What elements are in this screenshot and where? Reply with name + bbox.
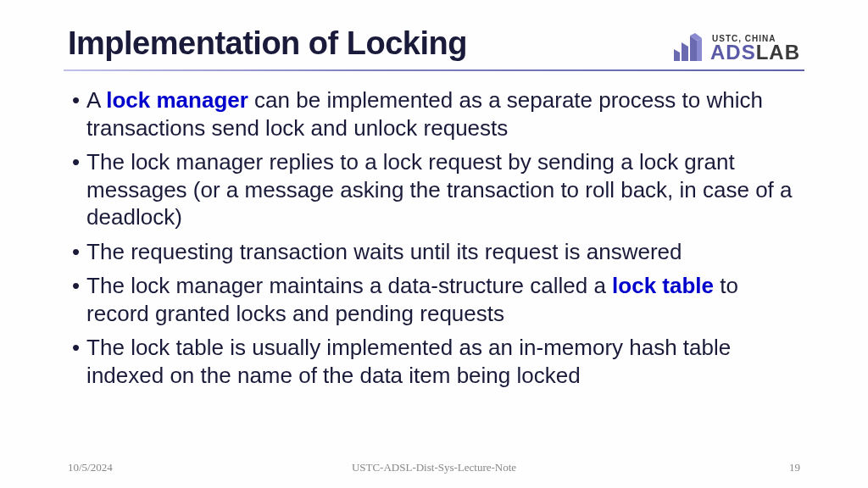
bullet-item: • The lock manager maintains a data-stru… — [68, 272, 800, 327]
slide-title: Implementation of Locking — [68, 25, 467, 62]
bullet-item: • The lock manager replies to a lock req… — [68, 148, 800, 231]
lab-logo: USTC, CHINA ADSLAB — [671, 32, 800, 63]
bullet-text: A lock manager can be implemented as a s… — [86, 86, 800, 141]
slide-header: Implementation of Locking USTC, CHINA — [68, 25, 800, 63]
footer-note: USTC-ADSL-Dist-Sys-Lecture-Note — [352, 461, 516, 474]
bullet-text: The lock table is usually implemented as… — [86, 334, 800, 389]
slide: Implementation of Locking USTC, CHINA — [0, 0, 868, 488]
logo-text: USTC, CHINA ADSLAB — [710, 34, 800, 62]
svg-marker-3 — [697, 38, 702, 61]
bullet-item: • The requesting transaction waits until… — [68, 238, 800, 266]
bullet-text: The lock manager maintains a data-struct… — [86, 272, 800, 327]
footer-page: 19 — [789, 461, 800, 474]
bullet-text: The requesting transaction waits until i… — [86, 238, 800, 266]
logo-main: ADSLAB — [710, 43, 800, 62]
bullet-marker: • — [72, 272, 80, 327]
bullet-marker: • — [72, 238, 80, 266]
bullet-marker: • — [72, 148, 80, 231]
svg-marker-1 — [682, 42, 688, 61]
slide-footer: 10/5/2024 USTC-ADSL-Dist-Sys-Lecture-Not… — [68, 461, 800, 474]
bullet-item: • A lock manager can be implemented as a… — [68, 86, 800, 141]
slide-content: • A lock manager can be implemented as a… — [68, 86, 800, 389]
bullet-text: The lock manager replies to a lock reque… — [86, 148, 800, 231]
bullet-marker: • — [72, 86, 80, 141]
title-divider — [64, 69, 804, 71]
footer-date: 10/5/2024 — [68, 461, 113, 474]
svg-marker-2 — [674, 49, 680, 61]
bullet-marker: • — [72, 334, 80, 389]
bullet-item: • The lock table is usually implemented … — [68, 334, 800, 389]
building-icon — [671, 32, 705, 63]
